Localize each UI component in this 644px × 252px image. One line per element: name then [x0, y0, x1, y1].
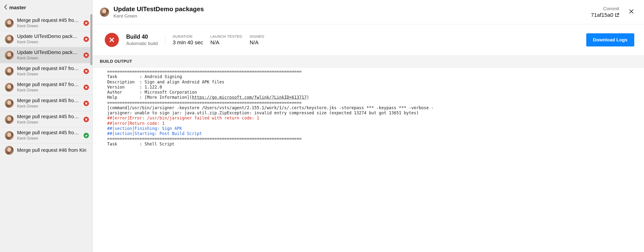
avatar: [5, 67, 14, 76]
help-link[interactable]: https://go.microsoft.com/fwlink/?LinkID=…: [192, 95, 307, 100]
status-pass-icon: [84, 133, 89, 138]
log-line: Task : Shell Script: [107, 142, 174, 146]
commit-title: Merge pull request #45 from Kin...: [17, 130, 80, 135]
commit-text: Merge pull request #47 from Kin... Kent …: [17, 82, 80, 93]
back-icon[interactable]: [4, 4, 7, 11]
branch-name[interactable]: master: [9, 5, 26, 10]
duration-stat: DURATION 3 min 40 sec: [173, 34, 203, 46]
commit-item[interactable]: Update UITestDemo packages Kent Green: [0, 47, 92, 63]
commit-id-label: Commit: [591, 6, 619, 11]
commit-item[interactable]: Update UITestDemo packages Kent Green: [0, 31, 92, 47]
scrollbar-thumb[interactable]: [90, 14, 92, 65]
status-fail-icon: [84, 85, 89, 90]
status-fail-icon: [84, 69, 89, 74]
launch-value: N/A: [210, 39, 242, 46]
build-summary: Build 40 Automatic build DURATION 3 min …: [92, 24, 644, 55]
commit-list[interactable]: Merge pull request #45 from Kin... Kent …: [0, 15, 92, 252]
commit-text: Merge pull request #46 from Kin: [17, 147, 89, 154]
build-title-block: Build 40 Automatic build: [126, 33, 158, 46]
commit-author: Kent Green: [17, 40, 80, 44]
commit-title: Update UITestDemo packages: [17, 50, 80, 55]
avatar: [5, 131, 14, 140]
log-line: ========================================…: [107, 100, 302, 105]
build-output-body[interactable]: ========================================…: [92, 68, 644, 252]
commit-text: Merge pull request #45 from Kin... Kent …: [17, 114, 80, 125]
avatar: [5, 99, 14, 108]
commit-title: Merge pull request #45 from Kin...: [17, 17, 80, 23]
build-output-section: BUILD OUTPUT ===========================…: [92, 55, 644, 252]
log-section: ##[section]Finishing: Sign APK: [107, 126, 182, 131]
commit-author: Kent Green: [17, 23, 80, 28]
log-line: Version : 1.122.0: [107, 85, 162, 89]
commit-item[interactable]: Merge pull request #47 from Kin... Kent …: [0, 63, 92, 79]
commit-sidebar: master Merge pull request #45 from Kin..…: [0, 0, 92, 252]
launch-stat: LAUNCH TESTED N/A: [210, 34, 242, 46]
commit-text: Merge pull request #45 from Kin... Kent …: [17, 130, 80, 141]
page-author: Kent Green: [114, 13, 586, 19]
log-line: Task : Android Signing: [107, 74, 182, 79]
duration-value: 3 min 40 sec: [173, 39, 203, 46]
sidebar-header: master: [0, 0, 92, 15]
launch-label: LAUNCH TESTED: [210, 34, 242, 38]
avatar: [5, 83, 14, 92]
commit-hash-link[interactable]: 71af15a0: [591, 12, 619, 18]
commit-item[interactable]: Merge pull request #45 from Kin... Kent …: [0, 127, 92, 144]
commit-text: Merge pull request #45 from Kin... Kent …: [17, 98, 80, 109]
log-line: Description : Sign and align Android APK…: [107, 79, 224, 84]
commit-text: Merge pull request #45 from Kin... Kent …: [17, 17, 80, 28]
close-icon[interactable]: [628, 8, 634, 16]
commit-item[interactable]: Merge pull request #47 from Kin... Kent …: [0, 79, 92, 95]
log-line: [command]/usr/bin/jarsigner -keystore /U…: [107, 105, 434, 110]
log-line: jarsigner: unable to sign jar: java.util…: [107, 110, 419, 115]
commit-item[interactable]: Merge pull request #45 from Kin... Kent …: [0, 95, 92, 111]
log-line: ========================================…: [107, 69, 302, 74]
commit-author: Kent Green: [17, 56, 80, 61]
signed-stat: SIGNED N/A: [250, 34, 264, 46]
log-error: ##[error]Return code: 1: [107, 121, 164, 126]
signed-value: N/A: [250, 39, 264, 46]
log-line: Help : [More Information](https://go.mic…: [107, 95, 309, 100]
avatar: [100, 7, 109, 17]
build-fail-icon: [105, 33, 119, 47]
status-fail-icon: [84, 20, 89, 26]
avatar: [5, 146, 14, 155]
commit-id-block: Commit 71af15a0: [591, 6, 619, 18]
commit-item[interactable]: Merge pull request #46 from Kin: [0, 144, 92, 157]
build-number: Build 40: [126, 33, 158, 40]
detail-header: Update UITestDemo packages Kent Green Co…: [92, 0, 644, 24]
signed-label: SIGNED: [250, 34, 264, 38]
status-fail-icon: [84, 117, 89, 122]
log-line: ========================================…: [107, 136, 302, 141]
build-subtitle: Automatic build: [126, 41, 158, 46]
commit-title: Update UITestDemo packages: [17, 33, 80, 39]
commit-title: Merge pull request #46 from Kin: [17, 147, 89, 153]
commit-title: Merge pull request #45 from Kin...: [17, 114, 80, 119]
header-text: Update UITestDemo packages Kent Green: [114, 5, 586, 19]
log-section: ##[section]Starting: Post Build Script: [107, 131, 202, 136]
status-fail-icon: [84, 36, 89, 42]
avatar: [5, 51, 14, 60]
commit-hash: 71af15a0: [591, 12, 613, 18]
avatar: [5, 115, 14, 124]
commit-title: Merge pull request #47 from Kin...: [17, 66, 80, 71]
avatar: [5, 19, 14, 27]
commit-author: Kent Green: [17, 136, 80, 141]
build-output-heading: BUILD OUTPUT: [92, 56, 644, 68]
divider: [165, 34, 166, 46]
page-title: Update UITestDemo packages: [114, 5, 586, 13]
commit-author: Kent Green: [17, 72, 80, 77]
status-fail-icon: [84, 52, 89, 58]
commit-item[interactable]: Merge pull request #45 from Kin... Kent …: [0, 111, 92, 127]
avatar: [5, 35, 14, 43]
main-pane: Update UITestDemo packages Kent Green Co…: [92, 0, 644, 252]
download-logs-button[interactable]: Download Logs: [586, 33, 634, 46]
log-error: ##[error]Error: /usr/bin/jarsigner faile…: [107, 116, 259, 120]
commit-title: Merge pull request #47 from Kin...: [17, 82, 80, 87]
commit-item[interactable]: Merge pull request #45 from Kin... Kent …: [0, 15, 92, 31]
commit-author: Kent Green: [17, 88, 80, 93]
status-fail-icon: [84, 101, 89, 106]
external-link-icon: [615, 13, 619, 17]
commit-author: Kent Green: [17, 104, 80, 109]
commit-title: Merge pull request #45 from Kin...: [17, 98, 80, 103]
commit-text: Merge pull request #47 from Kin... Kent …: [17, 66, 80, 77]
